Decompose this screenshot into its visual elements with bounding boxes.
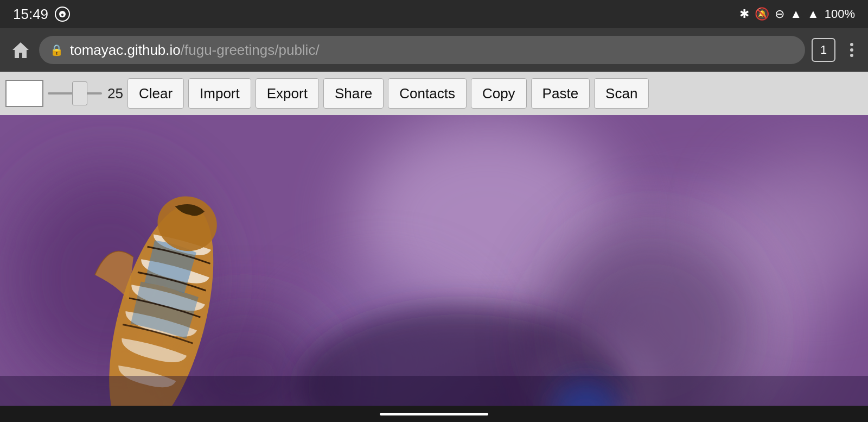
paste-button[interactable]: Paste — [531, 78, 590, 109]
export-button[interactable]: Export — [256, 78, 319, 109]
dnd-icon: ⊖ — [775, 7, 784, 21]
status-right: ✱ 🔕 ⊖ ▲ ▲ 100% — [739, 7, 855, 21]
signal-icon: ▲ — [807, 7, 819, 21]
size-slider-container: 25 — [48, 85, 123, 102]
copy-button[interactable]: Copy — [471, 78, 527, 109]
address-domain: tomayac.github.io — [70, 42, 181, 58]
notification-muted-icon: 🔕 — [755, 7, 769, 21]
contacts-button[interactable]: Contacts — [388, 78, 467, 109]
home-icon — [11, 40, 30, 60]
battery-indicator: 100% — [825, 7, 855, 21]
address-path: /fugu-greetings/public/ — [181, 42, 320, 58]
import-button[interactable]: Import — [188, 78, 251, 109]
fish-svg-overlay — [0, 115, 868, 422]
svg-point-2 — [850, 43, 853, 46]
tab-count: 1 — [820, 43, 827, 57]
share-button[interactable]: Share — [323, 78, 384, 109]
bluetooth-icon: ✱ — [739, 7, 749, 21]
app-icon-svg: ● — [58, 10, 67, 18]
address-bar-row: 🔒 tomayac.github.io/fugu-greetings/publi… — [0, 28, 868, 72]
status-time: 15:49 — [13, 6, 48, 23]
bottom-nav-bar — [0, 406, 868, 422]
clear-button[interactable]: Clear — [127, 78, 184, 109]
toolbar: 25 Clear Import Export Share Contacts Co… — [0, 72, 868, 115]
slider-thumb[interactable] — [72, 81, 87, 105]
browser-menu-button[interactable] — [844, 42, 859, 58]
svg-point-3 — [850, 48, 853, 52]
address-right-controls: 1 — [812, 38, 859, 62]
lock-icon: 🔒 — [50, 43, 63, 56]
tab-count-button[interactable]: 1 — [812, 38, 835, 62]
vertical-dots-icon — [844, 42, 859, 58]
home-indicator — [380, 413, 488, 415]
svg-text:●: ● — [61, 11, 64, 17]
scan-button[interactable]: Scan — [594, 78, 649, 109]
status-left: 15:49 ● — [13, 6, 70, 23]
address-text: tomayac.github.io/fugu-greetings/public/ — [70, 42, 320, 59]
wifi-icon: ▲ — [790, 7, 802, 21]
address-bar[interactable]: 🔒 tomayac.github.io/fugu-greetings/publi… — [39, 36, 805, 64]
status-app-icon: ● — [55, 7, 70, 22]
status-bar: 15:49 ● ✱ 🔕 ⊖ ▲ ▲ 100% — [0, 0, 868, 28]
color-swatch[interactable] — [5, 80, 43, 107]
background-image — [0, 115, 868, 422]
home-button[interactable] — [9, 38, 33, 62]
svg-point-4 — [850, 54, 853, 57]
canvas-area[interactable] — [0, 115, 868, 422]
slider-track — [48, 92, 102, 95]
slider-value: 25 — [107, 85, 123, 102]
